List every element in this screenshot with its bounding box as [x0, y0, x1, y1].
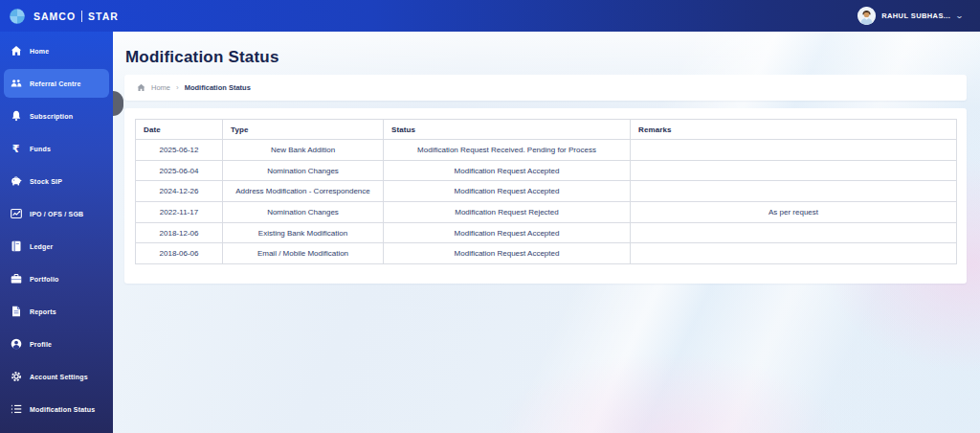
- cell-date: 2018-12-06: [136, 222, 223, 243]
- cell-status: Modification Request Accepted: [384, 160, 631, 181]
- profile-icon: [10, 338, 22, 351]
- table-row: 2024-12-26Address Modification - Corresp…: [136, 181, 957, 202]
- brand-divider: [81, 11, 82, 22]
- breadcrumb-separator: ›: [176, 83, 179, 92]
- cell-type: Nomination Changes: [223, 160, 384, 181]
- sidebar-item-label: Ledger: [30, 243, 54, 250]
- table-card: DateTypeStatusRemarks 2025-06-12New Bank…: [124, 108, 967, 284]
- sidebar-item-label: Stock SIP: [30, 178, 62, 185]
- app-root: SAMCO STAR RAHUL SUBHAS... ⌄ HomeReferra…: [0, 0, 980, 433]
- cell-remarks: [631, 160, 957, 181]
- sidebar-item-ipo-ofs-sgb[interactable]: IPO / OFS / SGB: [4, 199, 109, 228]
- brand-text: SAMCO STAR: [33, 11, 119, 22]
- sidebar-item-label: Modification Status: [30, 406, 95, 413]
- brand-logo[interactable]: SAMCO STAR: [8, 0, 119, 32]
- sidebar-item-reports[interactable]: Reports: [4, 297, 109, 326]
- breadcrumb: Home › Modification Status: [124, 75, 967, 101]
- page-title: Modification Status: [125, 48, 279, 67]
- cell-status: Modification Request Accepted: [384, 243, 631, 264]
- sidebar-item-subscription[interactable]: Subscription: [4, 102, 109, 130]
- column-header-type: Type: [223, 120, 384, 140]
- sidebar-item-label: IPO / OFS / SGB: [30, 211, 83, 217]
- cell-remarks: [631, 222, 957, 243]
- sidebar-item-ledger[interactable]: Ledger: [4, 232, 109, 261]
- cell-status: Modification Request Rejected: [384, 202, 631, 223]
- cell-type: New Bank Addition: [223, 140, 384, 161]
- sidebar-item-account-settings[interactable]: Account Settings: [4, 362, 109, 391]
- modification-status-table: DateTypeStatusRemarks 2025-06-12New Bank…: [135, 119, 957, 264]
- sidebar-item-funds[interactable]: ₹Funds: [4, 134, 109, 163]
- user-name: RAHUL SUBHAS...: [881, 11, 950, 20]
- sidebar-item-stock-sip[interactable]: Stock SIP: [4, 167, 109, 195]
- brand-samco: SAMCO: [33, 11, 76, 22]
- gear-icon: [10, 371, 22, 383]
- cell-type: Address Modification - Correspondence: [223, 181, 384, 202]
- samco-pinwheel-logo-icon: [8, 7, 27, 26]
- bell-icon: [10, 110, 22, 123]
- report-icon: [10, 306, 22, 318]
- breadcrumb-home-link[interactable]: Home: [151, 83, 170, 92]
- cell-date: 2025-06-12: [136, 140, 223, 161]
- piggy-bank-icon: [10, 175, 22, 188]
- table-row: 2022-11-17Nomination ChangesModification…: [136, 202, 957, 223]
- cell-date: 2018-06-06: [136, 243, 223, 264]
- breadcrumb-current: Modification Status: [185, 83, 251, 92]
- cell-status: Modification Request Accepted: [384, 181, 631, 202]
- sidebar-item-modification-status[interactable]: Modification Status: [4, 395, 109, 423]
- cell-remarks: [631, 140, 957, 161]
- chevron-down-icon: ⌄: [955, 12, 964, 20]
- cell-remarks: [631, 243, 957, 264]
- column-header-date: Date: [136, 120, 223, 140]
- user-menu[interactable]: RAHUL SUBHAS... ⌄: [858, 0, 963, 32]
- sidebar-item-label: Home: [30, 48, 49, 55]
- sidebar-item-label: Subscription: [30, 113, 73, 120]
- home-icon: [10, 45, 22, 57]
- chart-icon: [10, 208, 22, 220]
- cell-status: Modification Request Received. Pending f…: [384, 140, 631, 161]
- sidebar-item-referral-centre[interactable]: Referral Centre: [4, 69, 109, 98]
- home-icon: [137, 83, 145, 92]
- sidebar-item-label: Funds: [30, 146, 51, 152]
- sidebar-item-label: Profile: [30, 341, 52, 348]
- briefcase-icon: [10, 273, 22, 285]
- topbar: SAMCO STAR RAHUL SUBHAS... ⌄: [0, 0, 980, 32]
- cell-type: Nomination Changes: [223, 202, 384, 223]
- main-content: Modification Status Home › Modification …: [113, 32, 980, 433]
- cell-type: Email / Mobile Modification: [223, 243, 384, 264]
- cell-date: 2025-06-04: [136, 160, 223, 181]
- sidebar-item-label: Account Settings: [30, 374, 88, 380]
- sidebar-item-label: Reports: [30, 308, 56, 315]
- sidebar-item-home[interactable]: Home: [4, 36, 109, 65]
- table-row: 2025-06-12New Bank AdditionModification …: [136, 140, 957, 161]
- rupee-icon: ₹: [10, 143, 22, 155]
- cell-remarks: [631, 181, 957, 202]
- sidebar-item-profile[interactable]: Profile: [4, 330, 109, 358]
- table-row: 2018-06-06Email / Mobile ModificationMod…: [136, 243, 957, 264]
- brand-star: STAR: [88, 11, 119, 22]
- sidebar-item-label: Referral Centre: [30, 80, 81, 87]
- cell-type: Existing Bank Modification: [223, 222, 384, 243]
- cell-status: Modification Request Accepted: [384, 222, 631, 243]
- column-header-remarks: Remarks: [631, 120, 957, 140]
- table-row: 2025-06-04Nomination ChangesModification…: [136, 160, 957, 181]
- sidebar: HomeReferral CentreSubscription₹FundsSto…: [0, 32, 113, 433]
- cell-date: 2022-11-17: [136, 202, 223, 223]
- avatar: [858, 7, 876, 25]
- ledger-icon: [10, 240, 22, 253]
- column-header-status: Status: [384, 120, 631, 140]
- users-icon: [10, 78, 22, 90]
- checklist-icon: [10, 403, 22, 416]
- sidebar-item-label: Portfolio: [30, 276, 59, 283]
- cell-date: 2024-12-26: [136, 181, 223, 202]
- table-header-row: DateTypeStatusRemarks: [136, 120, 957, 140]
- sidebar-item-portfolio[interactable]: Portfolio: [4, 264, 109, 293]
- table-row: 2018-12-06Existing Bank ModificationModi…: [136, 222, 957, 243]
- cell-remarks: As per request: [631, 202, 957, 223]
